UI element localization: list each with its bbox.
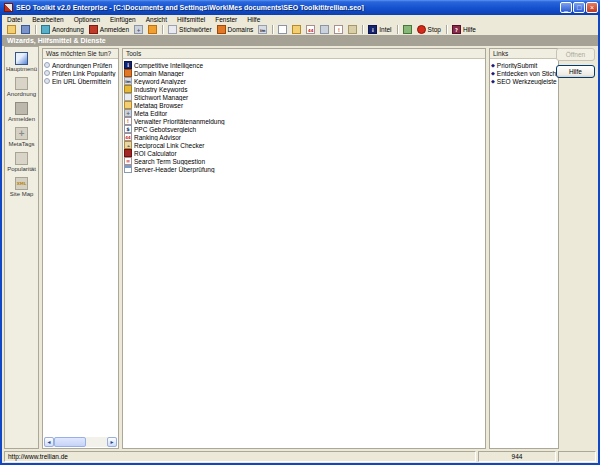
toolbar-button[interactable]: Stichwörter [167, 25, 213, 34]
toolbar-button[interactable] [347, 25, 358, 34]
toolbar-separator [35, 25, 36, 34]
tool-item[interactable]: Meta Editor [124, 109, 484, 117]
sidebar: Hauptmenü Anordnung Anmelden MetaTags [4, 46, 39, 449]
search-term-icon [124, 157, 132, 165]
submit-icon [89, 25, 98, 34]
tool-item[interactable]: PPC Gebotsvergleich [124, 125, 484, 133]
tool-item-label: Domain Manager [134, 70, 184, 77]
tool-item[interactable]: Competitive Intelligence [124, 61, 484, 69]
toolbar-button[interactable] [147, 25, 158, 34]
tool-item[interactable]: Reciprocal Link Checker [124, 141, 484, 149]
menu-item[interactable]: Einfügen [105, 16, 141, 23]
scroll-left-arrow-icon[interactable]: ◄ [44, 437, 54, 447]
domain-icon [124, 69, 132, 77]
flame-icon [148, 25, 157, 34]
tasks-horizontal-scrollbar: ◄ ► [44, 437, 117, 447]
toolbar-button[interactable] [277, 25, 288, 34]
toolbar-button[interactable]: Hilfe [451, 25, 477, 34]
toolbar: AnordnungAnmelden StichwörterDomains Int… [2, 24, 598, 35]
sidebar-item[interactable]: Site Map [5, 177, 38, 197]
menu-item[interactable]: Datei [2, 16, 27, 23]
toolbar-button[interactable] [333, 25, 344, 34]
task-item[interactable]: Prüfen Link Popularity [44, 69, 117, 77]
task-item-label: Anordnungen Prüfen [52, 62, 112, 69]
sidebar-item[interactable]: Popularität [5, 152, 38, 172]
sidebar-item[interactable]: Anmelden [5, 102, 38, 122]
toolbar-button[interactable]: Stop [416, 25, 442, 34]
tool-item[interactable]: Metatag Browser [124, 101, 484, 109]
toolbar-button[interactable] [291, 25, 302, 34]
section-header: Wizards, Hilfsmittel & Dienste [2, 35, 598, 46]
xml-icon [15, 177, 28, 190]
task-item[interactable]: Ein URL Übermitteln [44, 77, 117, 85]
link-item-label: SEO Werkzeugleiste [497, 78, 557, 85]
info-icon [124, 61, 132, 69]
page-icon [278, 25, 287, 34]
close-button[interactable]: × [586, 2, 598, 13]
menu-item[interactable]: Ansicht [141, 16, 172, 23]
sidebar-item-label: Anmelden [8, 116, 35, 122]
help-button[interactable]: Hilfe [556, 65, 595, 78]
restore-button[interactable]: □ [573, 2, 585, 13]
tool-item[interactable]: Search Term Suggestion [124, 157, 484, 165]
priority-submit-icon [124, 117, 132, 125]
arrange-icon [41, 25, 50, 34]
minimize-button[interactable]: _ [560, 2, 572, 13]
link-item[interactable]: SEO Werkzeugleiste [491, 77, 557, 85]
toolbar-button[interactable] [319, 25, 330, 34]
sidebar-item[interactable]: Hauptmenü [5, 52, 38, 72]
link-bullet-icon [491, 62, 495, 68]
tools-panel-title: Tools [123, 49, 485, 59]
menu-item[interactable]: Bearbeiten [27, 16, 68, 23]
toolbar-button[interactable]: Anmelden [88, 25, 130, 34]
open-button[interactable]: Öffnen [556, 48, 595, 61]
tool-item[interactable]: Industry Keywords [124, 85, 484, 93]
sidebar-item[interactable]: MetaTags [5, 127, 38, 147]
menu-item[interactable]: Hilfsmittel [172, 16, 210, 23]
menubar: DateiBearbeitenOptionenEinfügenAnsichtHi… [2, 15, 598, 24]
toolbar-button[interactable] [20, 25, 31, 34]
links-panel-title: Links [490, 49, 558, 59]
tool-item[interactable]: Domain Manager [124, 69, 484, 77]
titlebar: SEO Toolkit v2.0 Enterprise - [C:\Docume… [0, 0, 600, 15]
tool-item-label: Server-Header Überprüfung [134, 166, 215, 173]
tool-item-label: Verwalter Prioritätenanmeldung [134, 118, 225, 125]
tool-item-label: Ranking Advisor [134, 134, 181, 141]
server-header-icon [124, 165, 132, 173]
toolbar-button[interactable] [6, 25, 17, 34]
sidebar-item[interactable]: Anordnung [5, 77, 38, 97]
link-item[interactable]: Entdecken von Stich... [491, 69, 557, 77]
tool-item[interactable]: Ranking Advisor [124, 133, 484, 141]
menu-item[interactable]: Optionen [69, 16, 105, 23]
toolbar-button[interactable]: Intel [367, 25, 392, 34]
tool-item[interactable]: ROI Calculator [124, 149, 484, 157]
scroll-right-arrow-icon[interactable]: ► [107, 437, 117, 447]
toolbar-button[interactable]: Domains [216, 25, 255, 34]
tool-item-label: Metatag Browser [134, 102, 183, 109]
toolbar-button[interactable] [133, 25, 144, 34]
link-item[interactable]: PrioritySubmit [491, 61, 557, 69]
intel-icon [368, 25, 377, 34]
link-bullet-icon [491, 78, 495, 84]
app-window: SEO Toolkit v2.0 Enterprise - [C:\Docume… [0, 0, 600, 465]
toolbar-button[interactable] [402, 25, 413, 34]
task-item[interactable]: Anordnungen Prüfen [44, 61, 117, 69]
scrollbar-thumb[interactable] [54, 437, 86, 447]
target-icon [134, 25, 143, 34]
tool-item-label: Stichwort Manager [134, 94, 188, 101]
stop-icon [417, 25, 426, 34]
toolbar-button[interactable] [257, 25, 268, 34]
tasks-panel: Was möchten Sie tun? Anordnungen Prüfen … [42, 48, 119, 449]
status-url: http://www.trellian.de [4, 451, 476, 462]
tool-item[interactable]: Keyword Analyzer [124, 77, 484, 85]
tool-item[interactable]: Stichwort Manager [124, 93, 484, 101]
menu-item[interactable]: Hilfe [242, 16, 265, 23]
toolbar-separator [162, 25, 163, 34]
tool-item-label: Industry Keywords [134, 86, 187, 93]
toolbar-button[interactable]: Anordnung [40, 25, 85, 34]
ppc-icon [124, 125, 132, 133]
menu-item[interactable]: Fenster [210, 16, 242, 23]
tool-item[interactable]: Server-Header Überprüfung [124, 165, 484, 173]
toolbar-button[interactable] [305, 25, 316, 34]
tool-item[interactable]: Verwalter Prioritätenanmeldung [124, 117, 484, 125]
